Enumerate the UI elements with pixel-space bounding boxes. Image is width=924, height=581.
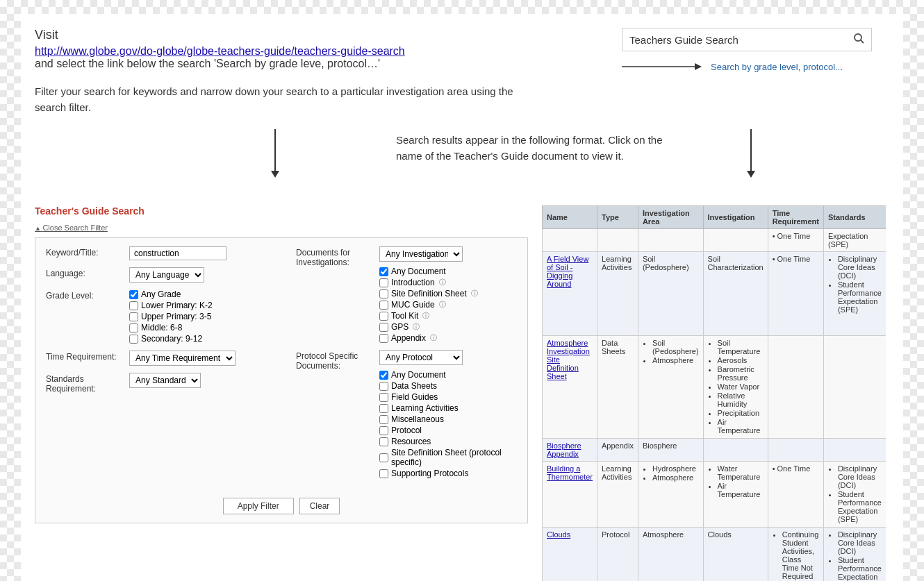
docs-inv-content: Any Investigation Any Document Introduct… xyxy=(379,246,517,343)
language-select[interactable]: Any Language English Spanish xyxy=(129,267,204,283)
cell-type xyxy=(597,229,638,252)
doc-link[interactable]: A Field View of Soil - Digging Around xyxy=(547,255,588,288)
doc-appendix-info-icon: ⓘ xyxy=(430,333,437,343)
grade-secondary-item: Secondary: 9-12 xyxy=(129,334,282,344)
grade-middle-checkbox[interactable] xyxy=(129,323,138,332)
visit-label: Visit xyxy=(35,28,521,42)
keyword-input[interactable] xyxy=(129,246,226,260)
doc-appendix-item: Appendix ⓘ xyxy=(379,333,517,343)
left-arrow-annotation xyxy=(271,129,279,178)
clear-button[interactable]: Clear xyxy=(299,498,340,514)
grade-upper-item: Upper Primary: 3-5 xyxy=(129,312,282,321)
search-button[interactable] xyxy=(853,33,864,47)
cell-inv-area: Soil (Pedosphere) Atmosphere xyxy=(638,336,703,439)
doc-link[interactable]: Atmosphere Investigation Site Definition… xyxy=(547,339,590,380)
grade-any-checkbox[interactable] xyxy=(129,290,138,299)
grade-lower-item: Lower Primary: K-2 xyxy=(129,301,282,310)
language-row: Language: Any Language English Spanish xyxy=(46,267,282,283)
cell-time: • One Time xyxy=(768,462,823,528)
proto-misc-checkbox[interactable] xyxy=(379,415,388,424)
investigation-item: Precipitation xyxy=(718,409,764,417)
time-content: Any Time Requirement One Time Continuing xyxy=(129,351,282,366)
investigation-item: Soil Temperature xyxy=(718,339,764,355)
language-content: Any Language English Spanish xyxy=(129,267,282,283)
cell-name: Building a Thermometer xyxy=(543,462,597,528)
arrow-right-svg xyxy=(622,60,705,74)
cell-inv-area: Biosphere xyxy=(638,439,703,462)
search-icon xyxy=(853,33,864,44)
grade-middle-label: Middle: 6-8 xyxy=(141,323,182,332)
doc-link[interactable]: Biosphere Appendix xyxy=(547,441,581,458)
doc-appendix-label: Appendix xyxy=(391,333,426,343)
proto-learning-checkbox[interactable] xyxy=(379,404,388,413)
proto-resources-checkbox[interactable] xyxy=(379,437,388,446)
doc-toolkit-item: Tool Kit ⓘ xyxy=(379,311,517,321)
doc-link[interactable]: Clouds xyxy=(547,530,570,539)
proto-any-checkbox[interactable] xyxy=(379,371,388,380)
proto-any-item: Any Document xyxy=(379,370,517,380)
standards-item: Student Performance Expectation (SPE) xyxy=(838,556,882,581)
investigation-item: Air Temperature xyxy=(718,418,764,435)
arrow-head-left xyxy=(271,171,279,178)
doc-muc-checkbox[interactable] xyxy=(379,301,388,310)
grade-lower-checkbox[interactable] xyxy=(129,301,138,310)
cell-name: Clouds xyxy=(543,528,597,582)
search-input[interactable] xyxy=(629,34,853,46)
filter-right-col: Documents for Investigations: Any Invest… xyxy=(296,246,517,485)
proto-protocol-checkbox[interactable] xyxy=(379,426,388,435)
vertical-line-right xyxy=(750,129,752,171)
standards-row: Standards Requirement: Any Standard NGSS xyxy=(46,373,282,394)
proto-misc-item: Miscellaneous xyxy=(379,414,517,424)
globe-url-link[interactable]: http://www.globe.gov/do-globe/globe-teac… xyxy=(35,45,405,57)
cell-investigation xyxy=(703,229,768,252)
proto-sitedef-checkbox[interactable] xyxy=(379,453,388,462)
cell-type: Learning Activities xyxy=(597,462,638,528)
doc-sitedef-checkbox[interactable] xyxy=(379,289,388,298)
doc-gps-checkbox[interactable] xyxy=(379,323,388,332)
docs-inv-select[interactable]: Any Investigation xyxy=(379,246,463,262)
proto-datasheets-checkbox[interactable] xyxy=(379,382,388,391)
proto-fieldguides-checkbox[interactable] xyxy=(379,393,388,402)
search-results-note: Search results appear in the following f… xyxy=(396,133,688,164)
table-row: Atmosphere Investigation Site Definition… xyxy=(543,336,886,439)
doc-intro-checkbox[interactable] xyxy=(379,278,388,287)
grade-secondary-checkbox[interactable] xyxy=(129,335,138,344)
proto-supporting-checkbox[interactable] xyxy=(379,469,388,478)
apply-filter-button[interactable]: Apply Filter xyxy=(223,498,294,514)
col-type: Type xyxy=(597,206,638,229)
sub-link-text[interactable]: Search by grade level, protocol... xyxy=(711,62,843,72)
keyword-row: Keyword/Title: xyxy=(46,246,282,260)
protocol-select[interactable]: Any Protocol xyxy=(379,350,463,365)
grade-lower-label: Lower Primary: K-2 xyxy=(141,301,213,310)
investigation-item: Barometric Pressure xyxy=(718,365,764,382)
grade-checkboxes: Any Grade Lower Primary: K-2 Upper Prima… xyxy=(129,289,282,344)
doc-toolkit-label: Tool Kit xyxy=(391,311,418,321)
standards-select[interactable]: Any Standard NGSS xyxy=(129,373,201,388)
doc-any-checkbox[interactable] xyxy=(379,267,388,276)
grade-upper-checkbox[interactable] xyxy=(129,312,138,321)
proto-sitedef-item: Site Definition Sheet (protocol specific… xyxy=(379,448,517,467)
proto-sitedef-label: Site Definition Sheet (protocol specific… xyxy=(391,448,517,467)
cell-name xyxy=(543,229,597,252)
svg-line-1 xyxy=(861,40,864,43)
time-label: Time Requirement: xyxy=(46,351,129,362)
doc-intro-item: Introduction ⓘ xyxy=(379,278,517,287)
grade-any-label: Any Grade xyxy=(141,289,181,299)
standards-item: Disciplinary Core Ideas (DCI) xyxy=(838,530,882,555)
search-box[interactable] xyxy=(622,28,872,51)
investigation-item: Relative Humidity xyxy=(718,391,764,408)
doc-link[interactable]: Building a Thermometer xyxy=(547,464,593,481)
top-left-content: Visit http://www.globe.gov/do-globe/glob… xyxy=(35,28,521,115)
close-filter-link[interactable]: Close Search Filter xyxy=(35,224,108,232)
standards-list: Disciplinary Core Ideas (DCI) Student Pe… xyxy=(828,255,882,314)
proto-resources-item: Resources xyxy=(379,437,517,446)
search-filter-panel: Teacher's Guide Search Close Search Filt… xyxy=(35,205,528,523)
cell-type: Appendix xyxy=(597,439,638,462)
doc-toolkit-checkbox[interactable] xyxy=(379,312,388,321)
cell-standards: Disciplinary Core Ideas (DCI) Student Pe… xyxy=(823,462,886,528)
doc-sitedef-label: Site Definition Sheet xyxy=(391,289,467,298)
keyword-label: Keyword/Title: xyxy=(46,246,129,258)
time-select[interactable]: Any Time Requirement One Time Continuing xyxy=(129,351,236,366)
proto-learning-item: Learning Activities xyxy=(379,403,517,413)
doc-appendix-checkbox[interactable] xyxy=(379,334,388,343)
